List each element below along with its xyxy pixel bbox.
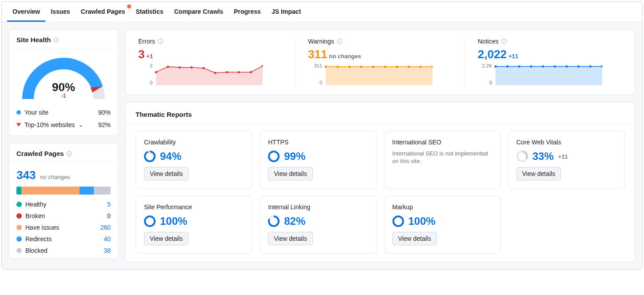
metric-warnings: Warningsi 311 no changes 311 0 (296, 38, 465, 87)
svg-point-23 (420, 66, 422, 68)
svg-point-3 (155, 71, 157, 73)
report-card-value-row: 94% (144, 150, 244, 163)
tab-progress[interactable]: Progress (228, 2, 266, 22)
svg-text:3: 3 (150, 63, 152, 68)
report-card-title: HTTPS (268, 139, 368, 146)
view-details-button[interactable]: View details (268, 232, 312, 245)
crawled-row-value[interactable]: 5 (107, 201, 111, 208)
legend-row: Top-10% websites⌄92% (9, 119, 118, 136)
tab-statistics[interactable]: Statistics (130, 2, 168, 22)
crawled-row-left: Blocked (16, 247, 48, 254)
svg-point-9 (226, 71, 228, 73)
svg-point-30 (530, 65, 532, 68)
crawled-row: Redirects40 (16, 235, 111, 243)
info-icon[interactable]: i (501, 39, 507, 44)
crawled-total-row: 343 no changes (16, 168, 111, 182)
metric-value-row: 311 no changes (308, 48, 452, 61)
report-card-value-row: 33% +11 (516, 150, 616, 163)
view-details-button[interactable]: View details (392, 232, 437, 245)
crawled-row-label: Broken (25, 212, 45, 219)
svg-point-22 (408, 66, 410, 68)
report-card-https: HTTPS 99% View details (260, 131, 376, 189)
metric-title: Noticesi (478, 38, 622, 45)
tab-js-impact[interactable]: JS Impact (266, 2, 306, 22)
svg-text:0: 0 (489, 80, 492, 85)
crawled-row-left: Broken (16, 212, 45, 219)
donut-icon (268, 151, 280, 162)
report-card-value-row: 100% (144, 215, 244, 227)
view-details-button[interactable]: View details (516, 167, 561, 180)
report-card-site-performance: Site Performance 100% View details (136, 196, 252, 254)
svg-point-10 (238, 71, 240, 73)
svg-point-16 (336, 66, 339, 68)
crawled-row: Broken0 (16, 212, 111, 219)
sparkline-notices: 2.2K 0 (478, 63, 602, 85)
crawled-row: Healthy5 (16, 201, 111, 208)
tab-crawled-pages[interactable]: Crawled Pages (76, 2, 131, 22)
legend-row: Your site90% (9, 106, 118, 119)
crawled-subtext: no changes (40, 174, 70, 180)
donut-icon (516, 151, 528, 162)
right-column: Errorsi 3 +1 3 0 Warningsi 311 no change… (125, 29, 635, 262)
crawled-row-value[interactable]: 38 (104, 247, 111, 254)
view-details-button[interactable]: View details (268, 167, 312, 180)
crawled-total[interactable]: 343 (16, 168, 36, 182)
svg-point-17 (348, 66, 351, 68)
crawled-row-value[interactable]: 260 (100, 224, 111, 231)
tab-overview[interactable]: Overview (7, 2, 45, 22)
chevron-down-icon[interactable]: ⌄ (79, 122, 83, 128)
metric-value[interactable]: 2,022 (478, 48, 507, 61)
donut-icon (144, 151, 156, 162)
bar-seg-redirects (80, 187, 94, 195)
donut-icon (392, 215, 404, 227)
view-details-button[interactable]: View details (144, 167, 188, 180)
svg-point-11 (250, 71, 252, 73)
svg-point-33 (566, 65, 568, 68)
report-card-title: Crawlability (144, 139, 244, 146)
report-card-markup: Markup 100% View details (384, 196, 501, 254)
info-icon[interactable]: i (54, 37, 59, 43)
legend-label: Top-10% websites (24, 121, 75, 128)
tab-issues[interactable]: Issues (45, 2, 76, 22)
crawled-row-value[interactable]: 40 (104, 235, 111, 243)
left-column: Site Health i 90% -1 Your site90%Top-1 (9, 29, 118, 262)
legend-left: Your site (16, 109, 48, 116)
legend-left: Top-10% websites⌄ (16, 121, 83, 128)
svg-point-48 (393, 216, 403, 226)
legend-value: 90% (98, 109, 111, 116)
bullet-icon (16, 248, 22, 253)
report-card-value-row: 100% (392, 215, 492, 227)
donut-icon (268, 215, 280, 227)
report-card-pct: 100% (408, 215, 436, 227)
legend-label: Your site (24, 109, 48, 116)
svg-text:2.2K: 2.2K (482, 63, 492, 68)
thematic-reports-title: Thematic Reports (126, 103, 635, 124)
info-icon[interactable]: i (337, 39, 342, 44)
legend-value: 92% (98, 121, 111, 128)
svg-text:311: 311 (314, 63, 322, 68)
crawled-rows: Healthy5Broken0Have issues260Redirects40… (16, 201, 111, 254)
tabs: OverviewIssuesCrawled PagesStatisticsCom… (2, 2, 642, 22)
svg-point-35 (589, 65, 592, 68)
svg-point-38 (145, 151, 155, 161)
crawled-pages-body: 343 no changes Healthy5Broken0Have issue… (9, 162, 118, 259)
info-icon[interactable]: i (67, 151, 72, 156)
view-details-button[interactable]: View details (144, 232, 188, 245)
tab-compare-crawls[interactable]: Compare Crawls (169, 2, 228, 22)
info-icon[interactable]: i (158, 39, 163, 44)
svg-point-40 (269, 151, 279, 161)
svg-point-7 (202, 67, 204, 69)
metric-value[interactable]: 311 (308, 48, 327, 61)
thematic-reports-grid: Crawlability 94% View detailsHTTPS 99% V… (126, 124, 635, 254)
svg-point-19 (372, 66, 374, 68)
triangle-down-icon (16, 123, 21, 127)
svg-point-44 (145, 216, 155, 226)
report-card-international-seo: International SEOInternational SEO is no… (384, 131, 501, 189)
svg-point-34 (577, 65, 580, 68)
metric-notices: Noticesi 2,022 +11 2.2K 0 (465, 38, 635, 87)
svg-point-20 (384, 66, 386, 68)
crawled-pages-title: Crawled Pages (16, 150, 64, 157)
svg-point-31 (542, 65, 544, 68)
metric-value[interactable]: 3 (138, 48, 144, 61)
metrics-row: Errorsi 3 +1 3 0 Warningsi 311 no change… (125, 29, 635, 95)
